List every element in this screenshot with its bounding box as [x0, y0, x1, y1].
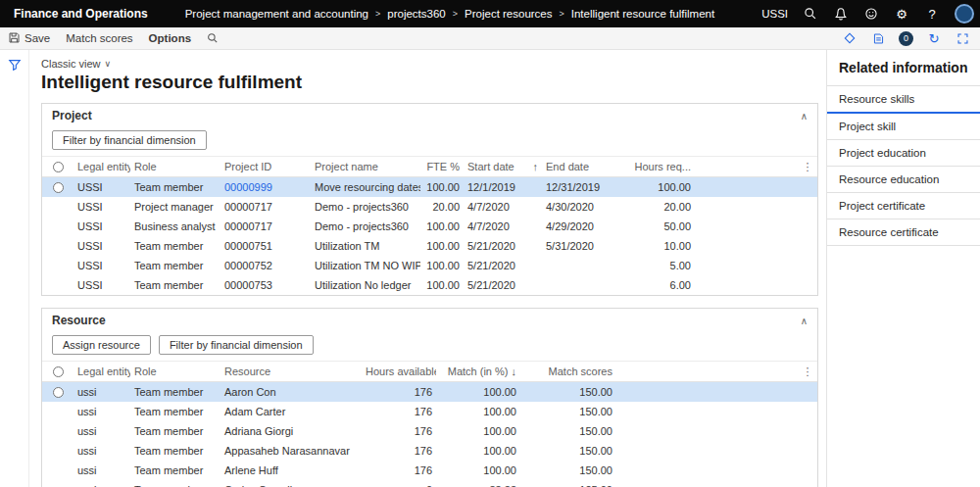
- related-link-resource-certificate[interactable]: Resource certificate: [827, 219, 980, 246]
- related-link-project-education[interactable]: Project education: [827, 140, 980, 167]
- cell-project-id: 00000717: [220, 220, 311, 232]
- filter-by-financial-dimension-button[interactable]: Filter by financial dimension: [159, 335, 314, 355]
- project-grid: Legal entity Role Project ID Project nam…: [42, 156, 817, 295]
- settings-gear-icon[interactable]: ⚙: [894, 6, 909, 22]
- options-menu[interactable]: Options: [149, 32, 191, 44]
- notifications-bell-icon[interactable]: [833, 6, 849, 22]
- save-button[interactable]: Save: [8, 31, 50, 46]
- table-row[interactable]: USSI Team member 00000753 Utilization No…: [42, 275, 817, 295]
- column-header-project-id[interactable]: Project ID: [220, 161, 311, 172]
- column-header-start-date[interactable]: Start date ↑: [464, 161, 542, 172]
- top-nav-bar: Finance and Operations Project managemen…: [0, 0, 980, 27]
- cell-start-date: 5/21/2020: [464, 279, 542, 291]
- cell-role: Team member: [130, 406, 220, 417]
- feedback-smiley-icon[interactable]: [863, 6, 879, 22]
- select-all-radio[interactable]: [42, 366, 74, 377]
- cell-resource-name: Appasaheb Narasannavar: [220, 445, 362, 457]
- table-row[interactable]: ussi Team member Carlos Carvallo 0 83.33…: [42, 480, 817, 487]
- cell-resource-name: Adriana Giorgi: [220, 425, 362, 437]
- table-row[interactable]: ussi Team member Arlene Huff 176 100.00 …: [42, 461, 817, 480]
- filter-funnel-icon[interactable]: [8, 58, 22, 75]
- breadcrumb-item[interactable]: Project resources: [465, 8, 552, 20]
- column-header-legal-entity[interactable]: Legal entity: [74, 365, 130, 377]
- assign-resource-button[interactable]: Assign resource: [52, 335, 151, 355]
- user-avatar[interactable]: [955, 4, 974, 24]
- cell-project-name: Utilization TM: [311, 240, 420, 252]
- table-row[interactable]: ussi Team member Appasaheb Narasannavar …: [42, 441, 817, 461]
- cell-legal-entity: USSI: [74, 260, 130, 271]
- column-header-start-date-label: Start date: [467, 161, 514, 172]
- cell-end-date: 5/31/2020: [542, 240, 620, 252]
- help-icon[interactable]: ?: [924, 6, 940, 22]
- column-header-resource[interactable]: Resource: [220, 365, 362, 377]
- table-row[interactable]: USSI Business analyst 00000717 Demo - pr…: [42, 217, 817, 236]
- expand-fullscreen-icon[interactable]: [955, 30, 970, 46]
- company-picker[interactable]: USSI: [761, 8, 788, 20]
- message-center-badge[interactable]: 0: [899, 31, 913, 46]
- cell-hours-available: 176: [362, 425, 436, 437]
- table-row[interactable]: USSI Team member 00000999 Move resourcin…: [42, 177, 817, 197]
- app-name[interactable]: Finance and Operations: [0, 7, 162, 21]
- resource-section: Resource ∧ Assign resource Filter by fin…: [41, 308, 818, 487]
- column-header-hours-required[interactable]: Hours req...: [620, 161, 695, 172]
- breadcrumb-item[interactable]: Project management and accounting: [185, 8, 368, 20]
- action-search-icon[interactable]: [207, 32, 219, 44]
- action-pane: Save Match scores Options 0 ↻: [0, 27, 980, 50]
- grid-more-options-icon[interactable]: ⋮: [798, 161, 817, 173]
- cell-legal-entity: USSI: [74, 240, 130, 252]
- select-all-radio[interactable]: [42, 162, 74, 172]
- search-icon[interactable]: [803, 6, 818, 22]
- cell-hours-required: 6.00: [620, 279, 695, 291]
- top-nav-left: Finance and Operations Project managemen…: [0, 0, 714, 27]
- cell-project-name: Demo - projects360: [311, 220, 420, 232]
- collapse-chevron-icon[interactable]: ∧: [801, 111, 808, 122]
- breadcrumb-item[interactable]: projects360: [387, 8, 445, 20]
- breadcrumb-item[interactable]: Intelligent resource fulfilment: [571, 8, 714, 20]
- table-row[interactable]: ussi Team member Adam Carter 176 100.00 …: [42, 402, 817, 421]
- task-guide-icon[interactable]: [870, 30, 886, 46]
- column-header-role[interactable]: Role: [130, 161, 220, 172]
- related-link-resource-education[interactable]: Resource education: [827, 167, 980, 193]
- cell-project-id-link[interactable]: 00000999: [220, 181, 311, 193]
- cell-legal-entity: ussi: [74, 386, 130, 398]
- column-header-role[interactable]: Role: [130, 365, 220, 377]
- collapse-chevron-icon[interactable]: ∧: [801, 316, 808, 326]
- table-row[interactable]: USSI Project manager 00000717 Demo - pro…: [42, 197, 817, 217]
- table-row[interactable]: ussi Team member Adriana Giorgi 176 100.…: [42, 421, 817, 441]
- table-row[interactable]: USSI Team member 00000752 Utilization TM…: [42, 256, 817, 275]
- cell-match-percent: 100.00: [436, 406, 520, 417]
- column-header-end-date[interactable]: End date: [542, 161, 620, 172]
- related-link-project-skill[interactable]: Project skill: [827, 114, 980, 140]
- filter-by-financial-dimension-button[interactable]: Filter by financial dimension: [52, 130, 207, 150]
- save-disk-icon: [8, 31, 21, 46]
- table-row[interactable]: ussi Team member Aaron Con 176 100.00 15…: [42, 382, 817, 402]
- project-section-header[interactable]: Project ∧: [42, 104, 817, 127]
- cell-match-scores: 150.00: [520, 445, 616, 457]
- cell-role: Team member: [130, 240, 220, 252]
- column-header-legal-entity[interactable]: Legal entity: [74, 161, 130, 172]
- refresh-icon[interactable]: ↻: [926, 30, 942, 46]
- project-toolbar: Filter by financial dimension: [42, 127, 817, 156]
- breadcrumb-separator-icon: >: [560, 9, 564, 19]
- cell-hours-available: 176: [362, 386, 436, 398]
- column-header-match-percent[interactable]: Match (in %) ↓: [436, 365, 520, 377]
- column-header-fte[interactable]: FTE %: [420, 161, 464, 172]
- view-selector-label: Classic view: [41, 58, 101, 70]
- row-selector-radio[interactable]: [42, 182, 74, 193]
- cell-match-scores: 150.00: [520, 406, 616, 417]
- open-in-office-icon[interactable]: [842, 30, 858, 46]
- row-selector-radio[interactable]: [42, 387, 74, 398]
- resource-section-header[interactable]: Resource ∧: [42, 309, 817, 332]
- cell-match-percent: 100.00: [436, 425, 520, 437]
- column-header-project-name[interactable]: Project name: [311, 161, 420, 172]
- cell-start-date: 5/21/2020: [464, 260, 542, 271]
- column-header-match-scores[interactable]: Match scores: [520, 365, 616, 377]
- column-header-hours-available[interactable]: Hours available: [362, 365, 436, 377]
- related-link-resource-skills[interactable]: Resource skills: [827, 86, 980, 114]
- view-selector[interactable]: Classic view ∨: [41, 58, 818, 70]
- table-row[interactable]: USSI Team member 00000751 Utilization TM…: [42, 236, 817, 256]
- match-scores-menu[interactable]: Match scores: [66, 32, 132, 44]
- cell-project-id: 00000717: [220, 201, 311, 213]
- related-link-project-certificate[interactable]: Project certificate: [827, 193, 980, 219]
- grid-more-options-icon[interactable]: ⋮: [798, 365, 817, 378]
